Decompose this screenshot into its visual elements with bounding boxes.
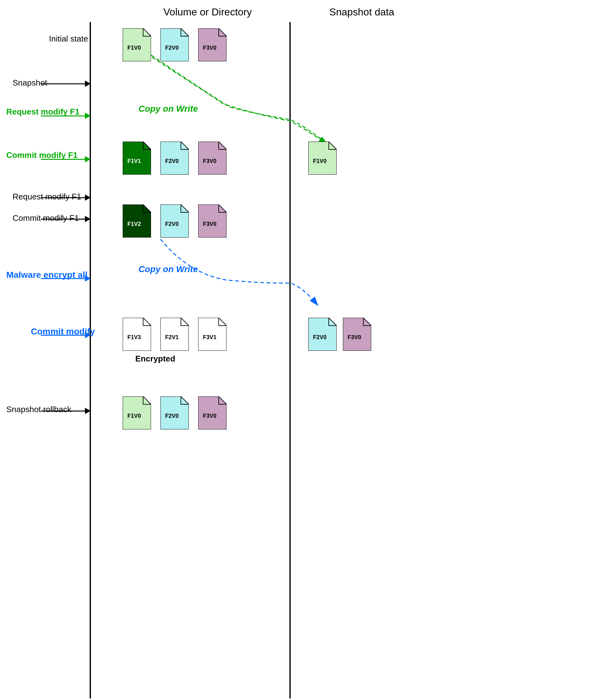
file-f1v2-dark: F1V2 — [123, 204, 151, 239]
arrow-commit-blue — [41, 332, 91, 338]
svg-text:F2V0: F2V0 — [313, 334, 327, 341]
arrow-commit-green — [41, 156, 91, 162]
file-f1v3-white: F1V3 — [123, 318, 151, 352]
svg-text:F3V0: F3V0 — [203, 413, 217, 419]
encrypted-label: Encrypted — [135, 354, 175, 364]
diagram-container: Volume or Directory Snapshot data Initia… — [0, 0, 604, 700]
file-f2v1-white: F2V1 — [160, 318, 189, 352]
svg-text:F3V0: F3V0 — [203, 45, 217, 51]
svg-text:F3V0: F3V0 — [203, 158, 217, 164]
svg-text:F1V3: F1V3 — [127, 334, 141, 341]
svg-text:F1V0: F1V0 — [127, 413, 141, 419]
svg-text:F1V1: F1V1 — [127, 158, 141, 164]
divider-left — [90, 22, 91, 698]
copy-on-write-green-label: Copy on Write — [139, 104, 198, 114]
file-f1v0-initial: F1V0 — [123, 28, 151, 62]
arrow-snapshot — [41, 80, 91, 87]
file-f2v0-row2: F2V0 — [160, 142, 189, 176]
svg-text:F2V0: F2V0 — [165, 221, 179, 227]
volume-directory-header: Volume or Directory — [126, 6, 290, 18]
file-f3v0-row3: F3V0 — [198, 204, 226, 239]
arrow-request-green — [41, 112, 91, 119]
file-f3v0-snap2: F3V0 — [343, 318, 371, 352]
svg-text:F3V0: F3V0 — [203, 221, 217, 227]
copy-on-write-blue-label: Copy on Write — [139, 264, 198, 274]
divider-right — [290, 22, 291, 698]
arrow-request-black — [41, 195, 91, 201]
file-f2v0-row3: F2V0 — [160, 204, 189, 239]
file-f1v0-snap1: F1V0 — [308, 142, 336, 176]
arrow-commit-black — [41, 216, 91, 222]
svg-text:F3V0: F3V0 — [348, 334, 361, 341]
file-f3v0-initial: F3V0 — [198, 28, 226, 62]
label-initial-state: Initial state — [49, 34, 88, 44]
arrow-malware-blue — [41, 275, 91, 281]
svg-text:F1V0: F1V0 — [313, 158, 327, 164]
svg-text:F3V1: F3V1 — [203, 334, 217, 341]
snapshot-data-header: Snapshot data — [299, 6, 425, 18]
arrow-rollback — [41, 408, 91, 414]
svg-text:F1V2: F1V2 — [127, 221, 141, 227]
file-f2v0-initial: F2V0 — [160, 28, 189, 62]
svg-text:F2V0: F2V0 — [165, 413, 179, 419]
file-f1v0-rollback: F1V0 — [123, 396, 151, 431]
svg-text:F1V0: F1V0 — [127, 45, 141, 51]
file-f1v1-green: F1V1 — [123, 142, 151, 176]
svg-text:F2V0: F2V0 — [165, 158, 179, 164]
file-f2v0-snap2: F2V0 — [308, 318, 336, 352]
svg-text:F2V0: F2V0 — [165, 45, 179, 51]
svg-text:F2V1: F2V1 — [165, 334, 179, 341]
file-f3v0-row2: F3V0 — [198, 142, 226, 176]
file-f3v1-white: F3V1 — [198, 318, 226, 352]
file-f3v0-rollback: F3V0 — [198, 396, 226, 431]
file-f2v0-rollback: F2V0 — [160, 396, 189, 431]
